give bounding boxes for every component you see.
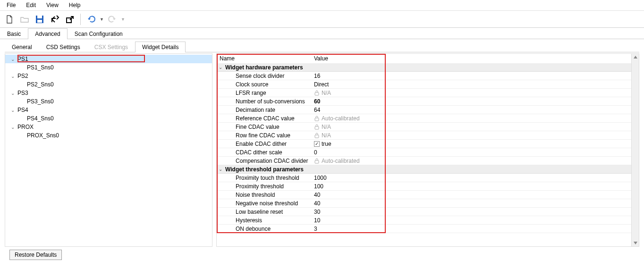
tab-basic[interactable]: Basic: [0, 28, 28, 39]
prop-value[interactable]: 60: [311, 98, 631, 105]
menu-edit[interactable]: Edit: [21, 1, 41, 9]
prop-num-sub-conversions[interactable]: Number of sub-conversions60: [217, 97, 631, 106]
tab-scan-configuration[interactable]: Scan Configuration: [68, 28, 130, 39]
property-body[interactable]: ⌄ Widget hardware parameters Sense clock…: [217, 63, 631, 246]
tab-advanced[interactable]: Advanced: [28, 28, 67, 39]
svg-rect-7: [315, 135, 319, 138]
toolbar: ▼ ▼: [0, 11, 644, 28]
chevron-down-icon[interactable]: ⌄: [217, 167, 224, 172]
undo-dropdown-icon[interactable]: ▼: [100, 17, 104, 22]
menu-help[interactable]: Help: [64, 1, 85, 9]
tree-item-ps2-sns0[interactable]: PS2_Sns0: [5, 80, 212, 89]
prop-negative-noise-threshold[interactable]: Negative noise threshold40: [217, 199, 631, 208]
prop-value[interactable]: Direct: [311, 81, 631, 88]
prop-noise-threshold[interactable]: Noise threshold40: [217, 191, 631, 199]
tree-label: PS2: [17, 73, 28, 79]
open-file-icon[interactable]: [18, 13, 31, 26]
chevron-down-icon[interactable]: ⌄: [10, 125, 16, 130]
prop-value[interactable]: 0: [311, 149, 631, 156]
prop-value[interactable]: ✓true: [311, 141, 631, 147]
tree-label: PROX_Sns0: [27, 132, 59, 139]
tree-item-ps1-sns0[interactable]: PS1_Sns0: [5, 63, 212, 72]
prop-value[interactable]: 16: [311, 73, 631, 79]
toolbar-separator: [80, 14, 81, 25]
tree-item-prox-sns0[interactable]: PROX_Sns0: [5, 131, 212, 140]
prop-value: N/A: [311, 124, 631, 130]
footer: Restore Defaults: [5, 247, 639, 263]
lock-icon: [314, 124, 320, 130]
menu-bar: File Edit View Help: [0, 0, 644, 11]
vertical-scrollbar[interactable]: [631, 54, 639, 246]
prop-cdac-dither-scale[interactable]: CDAC dither scale0: [217, 148, 631, 157]
widget-tree[interactable]: ⌄ PS1 PS1_Sns0 ⌄PS2 PS2_Sns0 ⌄PS3 PS3_Sn…: [5, 53, 212, 247]
prop-clock-source[interactable]: Clock sourceDirect: [217, 80, 631, 89]
prop-on-debounce[interactable]: ON debounce3: [217, 225, 631, 233]
undo-icon[interactable]: [85, 13, 98, 26]
tab-general[interactable]: General: [5, 42, 39, 52]
column-value[interactable]: Value: [311, 54, 639, 63]
prop-name: Fine CDAC value: [217, 124, 311, 130]
group-label: Widget hardware parameters: [224, 64, 303, 71]
svg-rect-8: [315, 160, 319, 163]
prop-value: N/A: [311, 90, 631, 96]
prop-value: Auto-calibrated: [311, 158, 631, 164]
redo-icon[interactable]: [106, 13, 119, 26]
chevron-down-icon[interactable]: ⌄: [217, 65, 224, 70]
tree-label: PS4_Sns0: [27, 115, 54, 122]
checkbox-icon[interactable]: ✓: [314, 141, 320, 147]
chevron-down-icon[interactable]: ⌄: [10, 57, 16, 62]
prop-name: Low baseline reset: [217, 209, 311, 215]
prop-name: Proximity threshold: [217, 183, 311, 190]
chevron-down-icon[interactable]: ⌄: [10, 74, 16, 79]
prop-value[interactable]: 100: [311, 183, 631, 190]
chevron-down-icon[interactable]: ⌄: [10, 91, 16, 96]
group-hardware-params[interactable]: ⌄ Widget hardware parameters: [217, 63, 631, 72]
tree-label: PS3_Sns0: [27, 98, 54, 105]
save-icon[interactable]: [33, 13, 46, 26]
prop-low-baseline-reset[interactable]: Low baseline reset30: [217, 208, 631, 216]
export-icon[interactable]: [63, 13, 76, 26]
tab-csx-settings: CSX Settings: [87, 42, 135, 52]
prop-value[interactable]: 10: [311, 217, 631, 224]
svg-rect-2: [37, 20, 42, 23]
prop-sense-clock-divider[interactable]: Sense clock divider16: [217, 72, 631, 80]
tree-label: PS4: [17, 107, 28, 113]
prop-decimation-rate[interactable]: Decimation rate64: [217, 106, 631, 114]
new-file-icon[interactable]: [3, 13, 16, 26]
prop-proximity-threshold[interactable]: Proximity threshold100: [217, 182, 631, 191]
property-header: Name Value: [217, 54, 639, 64]
prop-name: Sense clock divider: [217, 73, 311, 79]
column-name[interactable]: Name: [217, 54, 311, 63]
chevron-down-icon[interactable]: ⌄: [10, 108, 16, 113]
tree-item-prox[interactable]: ⌄PROX: [5, 123, 212, 131]
prop-enable-cdac-dither[interactable]: Enable CDAC dither✓true: [217, 140, 631, 148]
tree-label: PROX: [17, 124, 34, 130]
import-icon[interactable]: [48, 13, 61, 26]
property-grid: Name Value ⌄ Widget hardware parameters …: [216, 53, 639, 247]
prop-value[interactable]: 3: [311, 226, 631, 232]
menu-file[interactable]: File: [2, 1, 20, 9]
prop-value: N/A: [311, 132, 631, 139]
prop-proximity-touch-threshold[interactable]: Proximity touch threshold1000: [217, 174, 631, 182]
tree-item-ps4[interactable]: ⌄PS4: [5, 106, 212, 114]
prop-hysteresis[interactable]: Hysteresis10: [217, 216, 631, 225]
prop-comp-cdac-divider: Compensation CDAC dividerAuto-calibrated: [217, 157, 631, 165]
tab-widget-details[interactable]: Widget Details: [135, 42, 186, 52]
lock-icon: [314, 158, 320, 164]
tree-item-ps3[interactable]: ⌄PS3: [5, 89, 212, 97]
restore-defaults-button[interactable]: Restore Defaults: [9, 250, 62, 260]
prop-value[interactable]: 1000: [311, 175, 631, 181]
tab-csd-settings[interactable]: CSD Settings: [39, 42, 87, 52]
tree-item-ps2[interactable]: ⌄PS2: [5, 72, 212, 80]
prop-value[interactable]: 40: [311, 200, 631, 207]
group-threshold-params[interactable]: ⌄ Widget threshold parameters: [217, 165, 631, 174]
prop-value[interactable]: 40: [311, 192, 631, 198]
prop-value[interactable]: 64: [311, 107, 631, 113]
prop-ref-cdac: Reference CDAC valueAuto-calibrated: [217, 114, 631, 123]
menu-view[interactable]: View: [42, 1, 63, 9]
tree-item-ps1[interactable]: ⌄ PS1: [5, 55, 212, 63]
tree-item-ps4-sns0[interactable]: PS4_Sns0: [5, 114, 212, 123]
prop-value[interactable]: 30: [311, 209, 631, 215]
tree-item-ps3-sns0[interactable]: PS3_Sns0: [5, 97, 212, 106]
redo-dropdown-icon[interactable]: ▼: [121, 17, 125, 22]
